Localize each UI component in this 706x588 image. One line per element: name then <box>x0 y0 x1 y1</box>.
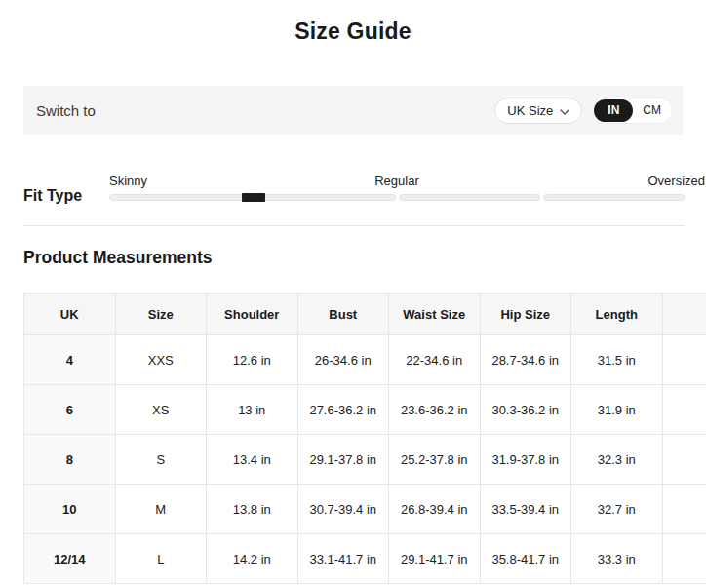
column-header: Bust <box>297 294 389 335</box>
table-cell: 4 <box>24 335 116 385</box>
column-header: Hip Size <box>480 294 571 335</box>
section-divider <box>23 225 685 226</box>
table-row: 12/14L14.2 in33.1-41.7 in29.1-41.7 in35.… <box>24 534 706 584</box>
table-cell: 28.7-34.6 in <box>480 335 571 385</box>
table-row: 6XS13 in27.6-36.2 in23.6-36.2 in30.3-36.… <box>24 385 706 435</box>
table-cell-partial <box>662 335 706 385</box>
table-row: 10M13.8 in30.7-39.4 in26.8-39.4 in33.5-3… <box>24 485 706 534</box>
table-cell: 23.6-36.2 in <box>389 385 481 435</box>
measurements-table: UKSizeShoulderBustWaist SizeHip SizeLeng… <box>23 293 706 584</box>
table-cell-partial <box>662 435 706 485</box>
slider-track-segment <box>254 194 395 201</box>
fit-type-label: Fit Type <box>23 187 82 205</box>
switch-bar-controls: UK Size IN CM <box>494 98 673 124</box>
fit-slider-handle[interactable] <box>242 193 265 202</box>
table-cell: M <box>115 485 207 534</box>
table-cell: 31.9 in <box>571 385 663 435</box>
table-cell: 13 in <box>207 385 298 435</box>
column-header: Size <box>115 294 207 335</box>
table-cell: 29.1-41.7 in <box>389 534 481 584</box>
table-cell: 22-34.6 in <box>389 335 481 385</box>
column-header: UK <box>24 294 116 335</box>
table-cell: 30.3-36.2 in <box>480 385 571 435</box>
page-title: Size Guide <box>0 19 706 45</box>
table-cell: 27.6-36.2 in <box>297 385 389 435</box>
table-cell: 31.9-37.8 in <box>480 435 571 485</box>
table-cell: 33.5-39.4 in <box>480 485 571 534</box>
table-cell: XS <box>115 385 207 435</box>
chevron-down-icon <box>560 103 569 118</box>
switch-bar: Switch to UK Size IN CM <box>23 86 683 135</box>
column-header: Shoulder <box>207 294 298 335</box>
measurements-heading: Product Measurements <box>23 248 213 268</box>
table-cell: 32.7 in <box>571 485 663 534</box>
column-header: Length <box>571 294 663 335</box>
table-cell-partial <box>662 485 706 534</box>
table-cell: L <box>115 534 207 584</box>
unit-toggle: IN CM <box>592 98 673 124</box>
table-cell: 30.7-39.4 in <box>297 485 389 534</box>
table-cell: 12/14 <box>24 534 116 584</box>
size-guide-page: Size Guide Switch to UK Size IN CM Fit T… <box>0 0 706 588</box>
unit-cm-button[interactable]: CM <box>633 99 671 122</box>
column-header: Waist Size <box>389 294 481 335</box>
column-header-partial <box>662 294 706 335</box>
table-cell: 32.3 in <box>571 435 663 485</box>
table-cell: 10 <box>24 485 116 534</box>
table-cell: XXS <box>115 335 207 385</box>
table-cell: 25.2-37.8 in <box>389 435 481 485</box>
table-cell: 29.1-37.8 in <box>297 435 389 485</box>
table-cell-partial <box>662 385 706 435</box>
table-cell: 26.8-39.4 in <box>389 485 481 534</box>
table-cell: 26-34.6 in <box>297 335 389 385</box>
switch-to-label: Switch to <box>36 102 96 119</box>
table-cell: 12.6 in <box>207 335 298 385</box>
table-row: 8S13.4 in29.1-37.8 in25.2-37.8 in31.9-37… <box>24 435 706 485</box>
slider-track-segment <box>399 194 540 201</box>
table-cell: 35.8-41.7 in <box>480 534 571 584</box>
table-cell: 14.2 in <box>207 534 298 584</box>
table-cell: 33.1-41.7 in <box>297 534 389 584</box>
table-cell: 31.5 in <box>571 335 663 385</box>
unit-in-button[interactable]: IN <box>594 99 633 122</box>
slider-track-segment <box>543 194 685 201</box>
table-cell: 33.3 in <box>571 534 663 584</box>
fit-type-slider[interactable] <box>109 193 685 202</box>
fit-option-oversized: Oversized <box>647 174 705 188</box>
fit-option-regular: Regular <box>109 174 685 188</box>
table-header-row: UKSizeShoulderBustWaist SizeHip SizeLeng… <box>24 294 706 335</box>
table-cell: 13.8 in <box>207 485 298 534</box>
fit-type-option-labels: Skinny Regular Oversized <box>109 174 705 189</box>
size-system-dropdown[interactable]: UK Size <box>494 98 582 124</box>
table-cell: 8 <box>24 435 116 485</box>
slider-track-segment <box>109 194 251 201</box>
table-cell: S <box>115 435 207 485</box>
table-cell: 6 <box>24 385 116 435</box>
table-cell-partial <box>662 534 706 584</box>
measurements-table-wrap[interactable]: UKSizeShoulderBustWaist SizeHip SizeLeng… <box>23 293 706 585</box>
size-system-dropdown-value: UK Size <box>507 103 553 118</box>
table-cell: 13.4 in <box>207 435 298 485</box>
table-row: 4XXS12.6 in26-34.6 in22-34.6 in28.7-34.6… <box>24 335 706 385</box>
